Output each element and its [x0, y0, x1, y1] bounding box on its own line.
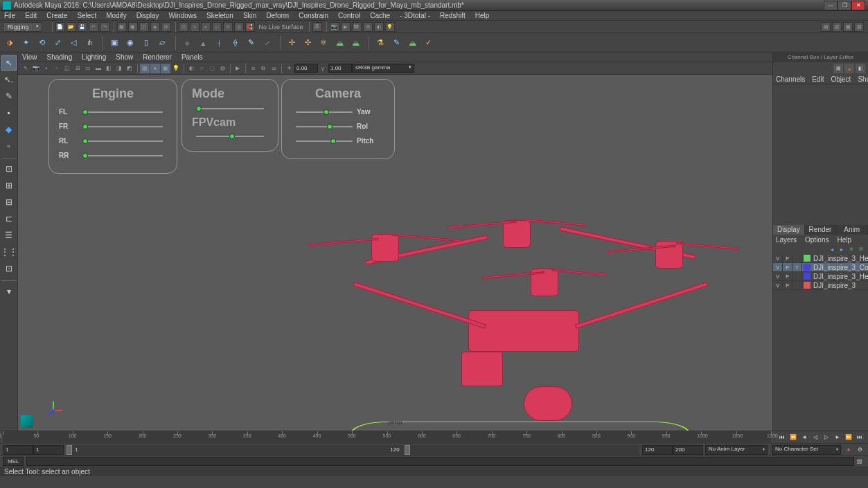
- go-end-icon[interactable]: ⏭: [855, 433, 865, 442]
- layout-outliner-icon[interactable]: ☰: [1, 228, 17, 243]
- paint-select-tool[interactable]: ✎: [1, 89, 17, 104]
- hypershade-icon[interactable]: ◐: [374, 22, 384, 32]
- move-tool[interactable]: ▪: [1, 105, 17, 120]
- vp-res-gate-icon[interactable]: ▬: [94, 64, 103, 73]
- layer-tab-anim[interactable]: Anim: [836, 225, 868, 235]
- hud-engine-row-rr[interactable]: RR: [59, 152, 167, 159]
- vp-gamma-icon[interactable]: γ: [318, 64, 328, 73]
- open-scene-icon[interactable]: 📂: [67, 22, 76, 32]
- range-handle-end[interactable]: [405, 445, 410, 455]
- vp-wire-icon[interactable]: ▦: [140, 64, 150, 73]
- hud-engine-row-fl[interactable]: FL: [59, 108, 167, 116]
- vp-menu-lighting[interactable]: Lighting: [82, 53, 106, 61]
- vp-ao-icon[interactable]: ○: [197, 64, 206, 73]
- cb-icon-3[interactable]: ◧: [856, 64, 865, 73]
- sel-multi-icon[interactable]: ⊞: [161, 22, 171, 32]
- range-start-outer[interactable]: [3, 445, 33, 455]
- vp-grid-icon[interactable]: ⊞: [73, 64, 82, 73]
- vp-img-plane-icon[interactable]: ▫: [52, 64, 62, 73]
- play-fwd-icon[interactable]: ▷: [822, 433, 831, 442]
- vp-2d-icon[interactable]: ◫: [62, 64, 72, 73]
- cube-icon[interactable]: ▣: [107, 36, 121, 50]
- hist-off-icon[interactable]: ⦿: [312, 22, 322, 32]
- light-icon[interactable]: 💡: [385, 22, 395, 32]
- vp-exposure-input[interactable]: [294, 64, 318, 73]
- snap-center-icon[interactable]: ⊙: [223, 22, 233, 32]
- vp-gamma-input[interactable]: [328, 64, 352, 73]
- snap-live-icon[interactable]: ◎: [234, 22, 244, 32]
- layout-graph-icon[interactable]: ⋮⋮: [1, 244, 17, 260]
- undo-icon[interactable]: ↶: [89, 22, 98, 32]
- close-button[interactable]: ✕: [851, 1, 865, 10]
- vp-expose-icon[interactable]: ☀: [284, 64, 294, 73]
- sel-comp-icon[interactable]: ◫: [139, 22, 149, 32]
- vp-aa-icon[interactable]: ◍: [218, 64, 227, 73]
- sel-uv-icon[interactable]: ◈: [150, 22, 160, 32]
- layout-two-v-icon[interactable]: ⊏: [1, 211, 17, 226]
- vp-xray-a-icon[interactable]: ⧇: [269, 64, 278, 73]
- go-start-icon[interactable]: ⏮: [777, 433, 787, 442]
- viewport[interactable]: Engine FLFRRLRR Mode FPVcam Camera YawRo…: [18, 75, 772, 431]
- command-input[interactable]: [26, 457, 854, 466]
- layer-row[interactable]: VPDJI_inspire_3: [773, 281, 868, 290]
- cb-icon-2[interactable]: ●: [844, 64, 854, 73]
- hud-engine-row-rl[interactable]: RL: [59, 137, 167, 145]
- range-end-outer[interactable]: [673, 445, 703, 455]
- range-handle-start[interactable]: [67, 445, 72, 455]
- vp-xray-j-icon[interactable]: ⧉: [258, 64, 268, 73]
- tool-i-icon[interactable]: ⚛: [317, 36, 330, 50]
- cyl-icon[interactable]: ▯: [139, 36, 153, 50]
- menu-windows[interactable]: Windows: [168, 12, 197, 19]
- maximize-button[interactable]: ❐: [838, 1, 851, 10]
- range-end-inner[interactable]: [642, 445, 673, 455]
- tool-g-icon[interactable]: ✢: [285, 36, 299, 50]
- panel-toggle-1-icon[interactable]: ▤: [821, 22, 831, 32]
- play-back-icon[interactable]: ◁: [811, 433, 820, 442]
- lasso-tool[interactable]: ↖.: [1, 72, 17, 87]
- cb-menu-channels[interactable]: Channels: [776, 75, 805, 83]
- layer-row[interactable]: VPDJI_inspire_3_Helpers: [773, 254, 868, 263]
- soft-icon[interactable]: ◁: [67, 36, 80, 50]
- menu-constrain[interactable]: Constrain: [299, 12, 328, 19]
- hud-engine-row-fr[interactable]: FR: [59, 123, 167, 130]
- time-slider[interactable]: 1501001502002503003504004505005506006507…: [0, 431, 868, 443]
- prev-frame-icon[interactable]: ◄: [799, 433, 809, 442]
- shelf-tab-icon[interactable]: ⬗: [3, 36, 17, 50]
- snap-curve-icon[interactable]: ∿: [190, 22, 200, 32]
- scale-icon[interactable]: ⤢: [51, 36, 64, 50]
- panel-toggle-3-icon[interactable]: ▦: [843, 22, 853, 32]
- workspace-selector[interactable]: Rigging: [3, 22, 42, 32]
- cmd-language-label[interactable]: MEL: [3, 457, 24, 466]
- menu-deform[interactable]: Deform: [266, 12, 289, 19]
- layer-move-down-icon[interactable]: ►: [838, 245, 846, 253]
- tool-b-icon[interactable]: ⟁: [196, 36, 210, 50]
- redo-icon[interactable]: ↷: [100, 22, 109, 32]
- menu-dtotal[interactable]: - 3Dtotal -: [400, 12, 430, 19]
- layout-more-icon[interactable]: ▾: [1, 284, 17, 299]
- vp-iso-icon[interactable]: ▶: [233, 64, 242, 73]
- hud-camera-row-rol[interactable]: Rol: [292, 123, 384, 130]
- rotate-icon[interactable]: ⟲: [35, 36, 48, 50]
- vp-cam-icon[interactable]: 📷: [31, 64, 41, 73]
- layout-four-icon[interactable]: ⊞: [1, 178, 17, 193]
- cb-icon-1[interactable]: ▤: [833, 64, 843, 73]
- layout-single-icon[interactable]: ⊡: [1, 161, 17, 177]
- next-frame-icon[interactable]: ►: [833, 433, 842, 442]
- menu-modify[interactable]: Modify: [106, 12, 126, 19]
- character-set-select[interactable]: No Character Set: [772, 445, 841, 455]
- tool-n-icon[interactable]: ⛰: [405, 36, 419, 50]
- menu-create[interactable]: Create: [46, 12, 67, 19]
- prefs-icon[interactable]: ⚙: [855, 445, 865, 455]
- tool-e-icon[interactable]: ✎: [244, 36, 258, 50]
- vp-menu-renderer[interactable]: Renderer: [143, 53, 172, 61]
- tool-l-icon[interactable]: ⚗: [373, 36, 387, 50]
- menu-skeleton[interactable]: Skeleton: [206, 12, 233, 19]
- layout-two-h-icon[interactable]: ⊟: [1, 195, 17, 210]
- vp-film-gate-icon[interactable]: ▭: [83, 64, 93, 73]
- vp-smooth-icon[interactable]: ●: [150, 64, 160, 73]
- sel-mode-icon[interactable]: ▦: [117, 22, 127, 32]
- plane-icon[interactable]: ▱: [155, 36, 169, 50]
- vp-menu-show[interactable]: Show: [116, 53, 133, 61]
- panel-toggle-4-icon[interactable]: ▧: [854, 22, 864, 32]
- menu-skin[interactable]: Skin: [243, 12, 256, 19]
